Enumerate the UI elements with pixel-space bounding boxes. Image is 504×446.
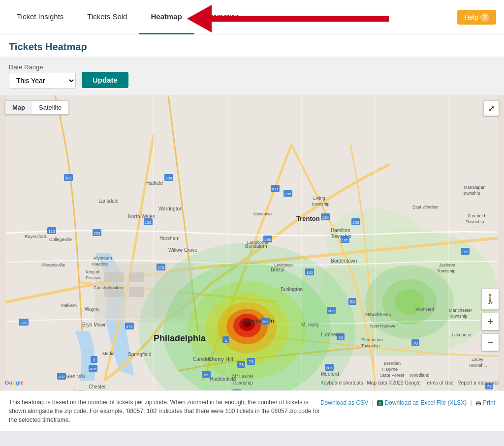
svg-text:295: 295 xyxy=(262,320,269,324)
svg-text:Woodland: Woodland xyxy=(410,373,429,378)
svg-text:202: 202 xyxy=(58,375,65,379)
zoom-out-button[interactable]: − xyxy=(481,333,499,351)
svg-text:206: 206 xyxy=(328,309,335,313)
svg-rect-6 xyxy=(104,272,124,282)
svg-text:Conshohocken: Conshohocken xyxy=(94,285,123,290)
svg-text:Camden: Camden xyxy=(193,357,212,362)
street-view-button[interactable]: 🚶 xyxy=(481,288,499,310)
svg-text:Haddonfield: Haddonfield xyxy=(210,376,236,382)
date-range-select[interactable]: This Year Last Year Last 30 Days Last 7 … xyxy=(9,73,75,88)
svg-rect-174 xyxy=(476,401,480,403)
svg-text:476: 476 xyxy=(126,325,133,329)
svg-rect-111 xyxy=(232,389,241,390)
svg-text:Lakehurst: Lakehurst xyxy=(452,332,472,337)
fullscreen-icon: ⤢ xyxy=(488,104,495,113)
svg-text:Township: Township xyxy=(466,219,484,224)
svg-text:70: 70 xyxy=(338,335,343,340)
svg-text:Royersford: Royersford xyxy=(25,234,46,239)
date-select-wrapper: This Year Last Year Last 30 Days Last 7 … xyxy=(9,73,76,89)
download-xlsx-link[interactable]: Download as Excel File (XLSX) xyxy=(384,399,468,406)
zoom-in-button[interactable]: + xyxy=(481,313,499,330)
svg-text:Philadelphia: Philadelphia xyxy=(154,333,206,343)
svg-text:Bryn Mawr: Bryn Mawr xyxy=(82,322,106,327)
report-map-error-link[interactable]: Report a map error xyxy=(458,380,499,386)
page-title: Tickets Heatmap xyxy=(0,34,504,57)
svg-text:195: 195 xyxy=(342,238,348,242)
svg-text:Wayne: Wayne xyxy=(85,306,100,312)
svg-text:Trenton: Trenton xyxy=(296,215,320,222)
terms-of-use-link[interactable]: Terms of Use xyxy=(425,380,454,386)
tab-heatmap[interactable]: Heatmap xyxy=(139,0,193,34)
svg-rect-7 xyxy=(129,272,144,282)
tab-tickets-sold[interactable]: Tickets Sold xyxy=(75,0,139,34)
svg-text:Prussia: Prussia xyxy=(86,275,100,280)
date-range-group: Date Range This Year Last Year Last 30 D… xyxy=(9,63,76,89)
svg-text:King of: King of xyxy=(86,269,100,274)
svg-text:Warrington: Warrington xyxy=(158,206,183,211)
keyboard-shortcuts-link[interactable]: Keyboard shortcuts xyxy=(320,380,363,386)
svg-text:Hatfield: Hatfield xyxy=(146,180,163,186)
print-icon xyxy=(475,400,481,406)
svg-text:113: 113 xyxy=(48,229,55,234)
svg-text:Jackson: Jackson xyxy=(439,263,455,268)
svg-text:Township: Township xyxy=(361,343,380,348)
svg-text:Burlington: Burlington xyxy=(281,287,303,292)
svg-text:Hamilton: Hamilton xyxy=(331,228,350,233)
map-view-toggle: Map Satellite xyxy=(5,100,69,115)
svg-text:322: 322 xyxy=(20,321,27,325)
update-button[interactable]: Update xyxy=(82,72,128,88)
help-button[interactable]: Help ? xyxy=(457,10,496,25)
svg-text:Plumsted: Plumsted xyxy=(415,307,434,312)
person-icon: 🚶 xyxy=(485,294,496,304)
svg-text:276: 276 xyxy=(158,266,164,270)
svg-text:Springfield: Springfield xyxy=(128,352,151,357)
svg-text:Freehold: Freehold xyxy=(468,213,485,218)
svg-text:Horsham: Horsham xyxy=(159,236,180,241)
svg-text:Levittown: Levittown xyxy=(274,263,293,268)
svg-text:Mt Holly: Mt Holly xyxy=(301,322,319,327)
map-view-map-button[interactable]: Map xyxy=(5,101,32,114)
svg-text:Brendan: Brendan xyxy=(384,361,401,366)
svg-text:Township: Township xyxy=(462,191,480,196)
svg-text:68: 68 xyxy=(350,299,355,304)
map-svg: Philadelphia Moorestown Cherry Hill Mt L… xyxy=(0,95,504,390)
svg-text:309: 309 xyxy=(165,176,172,180)
svg-rect-9 xyxy=(129,287,144,297)
svg-text:Newtown: Newtown xyxy=(253,211,272,216)
svg-text:Township: Township xyxy=(437,268,456,273)
svg-text:476: 476 xyxy=(90,367,96,371)
google-logo: Google xyxy=(5,380,24,386)
svg-text:Phoenixville: Phoenixville xyxy=(41,263,65,268)
tab-ticket-insights[interactable]: Ticket Insights xyxy=(5,0,75,34)
map-attribution: Keyboard shortcuts Map data ©2023 Google… xyxy=(320,380,499,386)
map-container: Philadelphia Moorestown Cherry Hill Mt L… xyxy=(0,95,504,390)
print-link[interactable]: Print xyxy=(483,399,495,406)
svg-text:Medford: Medford xyxy=(321,371,339,377)
svg-text:Township: Township xyxy=(449,314,468,319)
help-icon: ? xyxy=(480,13,489,22)
excel-icon: X xyxy=(377,400,383,406)
fullscreen-button[interactable]: ⤢ xyxy=(483,100,499,116)
svg-text:Lacey: Lacey xyxy=(472,357,484,362)
svg-text:Collegeville: Collegeville xyxy=(49,237,72,242)
svg-text:Lansdale: Lansdale xyxy=(98,198,119,204)
svg-text:195: 195 xyxy=(462,250,469,254)
svg-text:East Windsor: East Windsor xyxy=(412,205,439,209)
svg-text:Aston: Aston xyxy=(73,388,85,390)
download-csv-link[interactable]: Download as CSV xyxy=(320,399,370,406)
svg-text:295: 295 xyxy=(284,192,291,196)
svg-text:611: 611 xyxy=(272,187,279,191)
tab-bar: Ticket Insights Tickets Sold Heatmap Pro… xyxy=(0,0,504,34)
map-view-satellite-button[interactable]: Satellite xyxy=(32,101,68,114)
svg-text:Malvern: Malvern xyxy=(61,303,77,308)
svg-text:Media: Media xyxy=(102,351,115,356)
svg-text:95: 95 xyxy=(204,373,209,377)
svg-text:130: 130 xyxy=(306,270,313,275)
svg-text:206: 206 xyxy=(326,366,333,370)
svg-text:1: 1 xyxy=(224,338,227,343)
date-range-label: Date Range xyxy=(9,63,76,71)
svg-text:70: 70 xyxy=(413,341,418,346)
map-data-text: Map data ©2023 Google xyxy=(367,380,420,386)
svg-text:McGuire AFB: McGuire AFB xyxy=(365,312,392,317)
tab-promotion[interactable]: Promotion xyxy=(194,0,251,34)
